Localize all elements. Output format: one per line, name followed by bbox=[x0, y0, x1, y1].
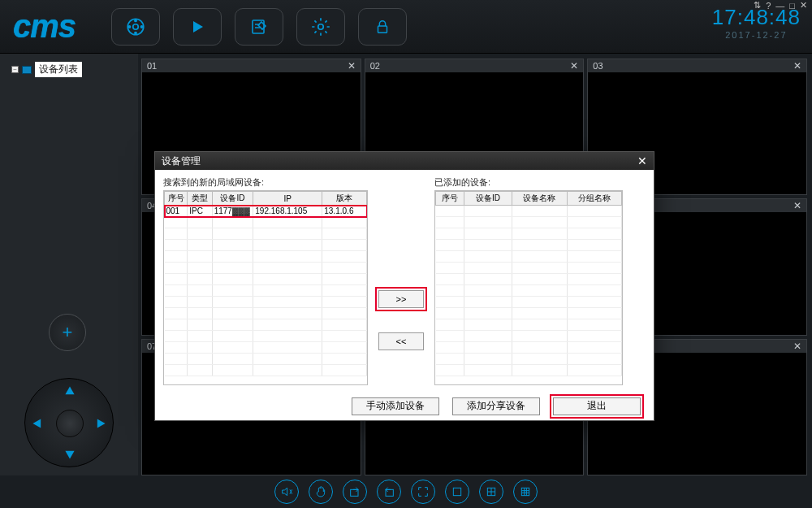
cell-close-icon[interactable]: ✕ bbox=[570, 60, 578, 72]
table-row[interactable] bbox=[436, 240, 622, 251]
app-logo: cms bbox=[13, 8, 76, 45]
col-type[interactable]: 类型 bbox=[188, 192, 212, 206]
table-row[interactable] bbox=[436, 342, 622, 354]
tree-folder-icon bbox=[22, 66, 32, 74]
added-table[interactable]: 序号 设备ID 设备名称 分组名称 bbox=[434, 190, 623, 385]
layout-4-button[interactable] bbox=[479, 480, 503, 504]
app-header: cms 17:48:48 2017-12-27 ⇅ ? — □ ✕ bbox=[0, 0, 812, 54]
nav-play-button[interactable] bbox=[173, 8, 222, 46]
ptz-up-icon[interactable] bbox=[64, 385, 76, 397]
add-share-button[interactable]: 添加分享设备 bbox=[452, 397, 540, 415]
tree-root-label: 设备列表 bbox=[35, 62, 82, 77]
table-row[interactable] bbox=[165, 217, 367, 228]
col-no[interactable]: 序号 bbox=[165, 192, 188, 206]
close-icon[interactable]: ✕ bbox=[800, 0, 807, 11]
table-row[interactable] bbox=[165, 308, 367, 319]
layout-9-button[interactable] bbox=[513, 480, 538, 504]
svg-point-2 bbox=[135, 20, 136, 21]
added-panel: 已添加的设备: 序号 设备ID 设备名称 分组名称 bbox=[434, 176, 623, 385]
discovered-table[interactable]: 序号 类型 设备ID IP 版本 001IPC1177▓▓▓192.168.1.… bbox=[163, 190, 368, 385]
hand-button[interactable] bbox=[309, 480, 333, 504]
table-row[interactable] bbox=[436, 354, 622, 365]
add-selected-button[interactable]: >> bbox=[378, 290, 424, 308]
col2-no[interactable]: 序号 bbox=[436, 192, 464, 206]
table-row[interactable] bbox=[165, 240, 367, 251]
ptz-down-icon[interactable] bbox=[64, 449, 76, 460]
col-ver[interactable]: 版本 bbox=[322, 192, 367, 206]
table-row[interactable] bbox=[436, 217, 622, 228]
device-tree-root[interactable]: − 设备列表 bbox=[11, 62, 127, 77]
cell-label: 02 bbox=[370, 61, 380, 71]
maximize-icon[interactable]: □ bbox=[789, 1, 795, 11]
fullscreen-button[interactable] bbox=[411, 480, 435, 504]
table-row[interactable] bbox=[165, 365, 367, 376]
nav-lock-button[interactable] bbox=[358, 8, 407, 46]
svg-point-3 bbox=[135, 32, 136, 33]
table-row[interactable] bbox=[165, 354, 367, 365]
table-row[interactable]: 001IPC1177▓▓▓192.168.1.10513.1.0.6 bbox=[165, 206, 367, 217]
table-row[interactable] bbox=[165, 285, 367, 297]
table-row[interactable] bbox=[436, 285, 622, 297]
col2-name[interactable]: 设备名称 bbox=[512, 192, 567, 206]
manual-add-button[interactable]: 手动添加设备 bbox=[352, 397, 439, 415]
table-row[interactable] bbox=[165, 297, 367, 308]
table-row[interactable] bbox=[165, 274, 367, 285]
tree-collapse-icon[interactable]: − bbox=[11, 66, 19, 73]
import-button[interactable] bbox=[377, 480, 401, 504]
export-button[interactable] bbox=[343, 480, 367, 504]
ptz-center-button[interactable] bbox=[56, 410, 84, 437]
table-row[interactable] bbox=[165, 342, 367, 354]
col2-devid[interactable]: 设备ID bbox=[464, 192, 512, 206]
device-manage-dialog: 设备管理 ✕ 搜索到的新的局域网设备: 序号 类型 设备ID IP 版本 001… bbox=[154, 151, 654, 421]
add-device-button[interactable]: + bbox=[49, 314, 86, 351]
exit-button[interactable]: 退出 bbox=[553, 397, 641, 415]
table-row[interactable] bbox=[436, 308, 622, 319]
table-row[interactable] bbox=[436, 365, 622, 376]
table-row[interactable] bbox=[436, 251, 622, 263]
sidebar: − 设备列表 + bbox=[0, 54, 138, 475]
col-devid[interactable]: 设备ID bbox=[212, 192, 253, 206]
table-row[interactable] bbox=[436, 319, 622, 331]
svg-point-4 bbox=[128, 25, 130, 27]
window-controls: ⇅ ? — □ ✕ bbox=[754, 0, 807, 11]
layout-1-button[interactable] bbox=[445, 480, 469, 504]
table-row[interactable] bbox=[436, 297, 622, 308]
table-row[interactable] bbox=[165, 331, 367, 342]
ptz-dpad[interactable] bbox=[24, 378, 114, 467]
remove-selected-button[interactable]: << bbox=[378, 332, 424, 350]
nav-settings-button[interactable] bbox=[296, 8, 345, 46]
col2-group[interactable]: 分组名称 bbox=[567, 192, 622, 206]
cell-close-icon[interactable]: ✕ bbox=[793, 341, 801, 352]
cell-close-icon[interactable]: ✕ bbox=[793, 200, 801, 211]
svg-point-5 bbox=[141, 25, 143, 27]
cell-close-icon[interactable]: ✕ bbox=[348, 60, 356, 72]
table-row[interactable] bbox=[436, 206, 622, 217]
table-row[interactable] bbox=[165, 228, 367, 240]
ptz-left-icon[interactable] bbox=[32, 418, 43, 429]
col-ip[interactable]: IP bbox=[253, 192, 322, 206]
cell-label: 01 bbox=[147, 61, 157, 71]
transfer-buttons: >> << bbox=[373, 176, 430, 385]
table-row[interactable] bbox=[165, 251, 367, 263]
table-row[interactable] bbox=[165, 319, 367, 331]
table-row[interactable] bbox=[436, 263, 622, 274]
svg-rect-8 bbox=[378, 26, 387, 33]
cell-close-icon[interactable]: ✕ bbox=[793, 60, 801, 72]
network-icon[interactable]: ⇅ bbox=[754, 0, 761, 11]
dialog-close-icon[interactable]: ✕ bbox=[637, 154, 647, 167]
dialog-footer: 手动添加设备 添加分享设备 退出 bbox=[155, 392, 654, 420]
table-row[interactable] bbox=[165, 263, 367, 274]
help-icon[interactable]: ? bbox=[766, 1, 771, 11]
nav-record-button[interactable] bbox=[111, 8, 160, 46]
table-row[interactable] bbox=[436, 228, 622, 240]
nav-edit-button[interactable] bbox=[235, 8, 283, 46]
discovered-panel: 搜索到的新的局域网设备: 序号 类型 设备ID IP 版本 001IPC1177… bbox=[163, 176, 368, 385]
svg-point-1 bbox=[133, 24, 139, 29]
mute-button[interactable] bbox=[274, 480, 299, 504]
svg-rect-11 bbox=[453, 488, 460, 495]
minimize-icon[interactable]: — bbox=[775, 1, 784, 11]
ptz-right-icon[interactable] bbox=[95, 418, 106, 429]
table-row[interactable] bbox=[436, 274, 622, 285]
dialog-title: 设备管理 bbox=[162, 154, 201, 168]
table-row[interactable] bbox=[436, 331, 622, 342]
